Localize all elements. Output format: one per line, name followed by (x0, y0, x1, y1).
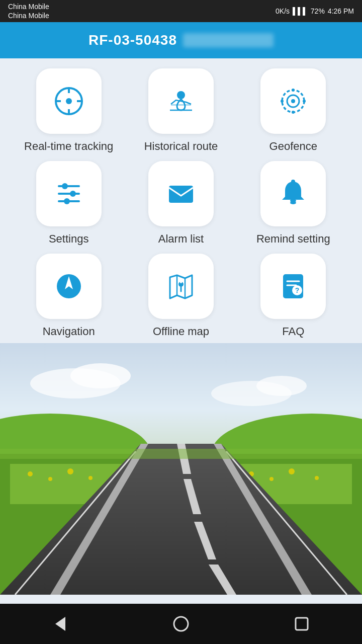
svg-point-47 (48, 477, 52, 481)
svg-point-38 (70, 363, 131, 388)
svg-point-40 (256, 376, 307, 396)
svg-point-12 (292, 89, 295, 92)
svg-point-19 (70, 191, 76, 197)
status-icons: 0K/s ▌▌▌ 72% 4:26 PM (276, 7, 354, 15)
navigation-icon (54, 271, 84, 301)
remind-setting-icon (278, 179, 308, 209)
settings-icon-circle (36, 161, 102, 226)
grid-item-remind[interactable]: Remind setting (240, 161, 347, 246)
signal-icon: ▌▌▌ (293, 7, 308, 15)
header-blur-info (183, 33, 274, 47)
faq-label: FAQ (282, 325, 304, 338)
svg-marker-65 (55, 617, 65, 631)
settings-icon (54, 179, 84, 209)
offline-icon-circle (148, 254, 214, 319)
home-icon (172, 615, 190, 633)
status-bar: China Mobile China Mobile 0K/s ▌▌▌ 72% 4… (0, 0, 362, 22)
svg-point-48 (67, 468, 73, 474)
svg-point-46 (28, 471, 33, 476)
speed-indicator: 0K/s (276, 7, 290, 15)
svg-point-66 (174, 617, 188, 631)
alarm-icon-circle (148, 161, 214, 226)
settings-label: Settings (49, 232, 89, 246)
svg-point-30 (180, 281, 182, 283)
svg-point-15 (303, 100, 306, 103)
svg-point-49 (88, 476, 93, 480)
svg-text:?: ? (295, 286, 300, 294)
bottom-nav-bar (0, 604, 362, 644)
svg-point-24 (290, 201, 296, 204)
app-header: RF-03-50438 (0, 22, 362, 58)
realtime-label: Real-time tracking (24, 140, 113, 153)
geofence-label: Geofence (269, 140, 317, 153)
geofence-icon (278, 86, 308, 116)
road-scene-svg (0, 343, 362, 595)
grid-item-faq[interactable]: ? FAQ (240, 254, 347, 338)
battery-text: 72% (311, 7, 325, 15)
navigation-label: Navigation (43, 325, 95, 338)
grid-item-geofence[interactable]: Geofence (240, 68, 347, 153)
faq-icon: ? (278, 271, 308, 301)
svg-point-52 (269, 477, 274, 481)
historical-route-icon (166, 86, 196, 116)
carrier1: China Mobile (8, 2, 49, 11)
grid-item-historical[interactable]: Historical route (127, 68, 234, 153)
svg-point-17 (62, 183, 68, 189)
svg-rect-64 (0, 449, 362, 459)
svg-rect-22 (169, 186, 193, 203)
faq-icon-circle: ? (260, 254, 326, 319)
grid-item-navigation[interactable]: Navigation (15, 254, 122, 338)
svg-point-13 (292, 111, 295, 114)
offline-map-icon (166, 271, 196, 301)
carrier2: China Mobile (8, 11, 49, 20)
svg-point-21 (64, 198, 70, 204)
back-icon (51, 615, 69, 633)
realtime-icon-circle (36, 68, 102, 134)
main-grid: Real-time tracking Historical route (0, 58, 362, 343)
grid-item-offline[interactable]: Offline map (127, 254, 234, 338)
alarm-list-icon (166, 179, 196, 209)
svg-point-1 (66, 98, 72, 104)
realtime-tracking-icon (54, 86, 84, 116)
historical-label: Historical route (144, 140, 218, 153)
historical-icon-circle (148, 68, 214, 134)
navigation-icon-circle (36, 254, 102, 319)
road-background (0, 343, 362, 604)
device-id: RF-03-50438 (88, 32, 177, 48)
offline-label: Offline map (153, 325, 209, 338)
carrier-info: China Mobile China Mobile (8, 2, 49, 20)
time-display: 4:26 PM (328, 7, 354, 15)
recents-button[interactable] (287, 609, 317, 639)
grid-item-settings[interactable]: Settings (15, 161, 122, 246)
remind-icon-circle (260, 161, 326, 226)
home-button[interactable] (166, 609, 196, 639)
alarm-label: Alarm list (158, 232, 204, 246)
grid-item-alarm[interactable]: Alarm list (127, 161, 234, 246)
svg-point-25 (291, 180, 295, 184)
svg-rect-67 (296, 618, 308, 630)
svg-point-6 (177, 91, 185, 99)
back-button[interactable] (45, 609, 75, 639)
svg-point-54 (315, 476, 319, 480)
svg-rect-7 (171, 104, 191, 106)
geofence-icon-circle (260, 68, 326, 134)
remind-label: Remind setting (256, 232, 330, 246)
svg-point-53 (289, 468, 295, 474)
grid-item-realtime[interactable]: Real-time tracking (15, 68, 122, 153)
svg-point-11 (291, 99, 295, 103)
recents-icon (293, 615, 311, 633)
svg-point-14 (281, 100, 284, 103)
